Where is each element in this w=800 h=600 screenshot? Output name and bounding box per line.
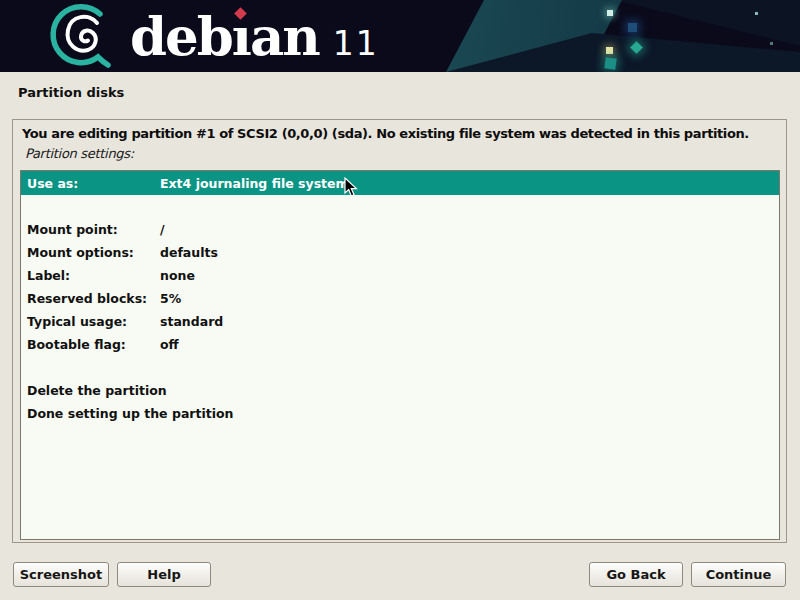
debian-installer-window: debıan11 Partition disks You are editing… [0,0,800,600]
brand-text: debıan [130,5,319,67]
row-value: 5% [160,291,181,306]
decor-square-white [607,10,613,16]
settings-row[interactable]: Bootable flag:off [21,333,779,356]
row-label: Delete the partition [27,383,160,398]
settings-row-spacer [21,356,779,379]
row-label: Use as: [27,176,160,191]
info-message: You are editing partition #1 of SCSI2 (0… [22,126,778,141]
decor-square-teal [604,57,616,69]
page-title: Partition disks [18,85,124,100]
continue-button[interactable]: Continue [691,562,786,587]
partition-settings-label: Partition settings: [25,146,134,161]
settings-row[interactable]: Use as:Ext4 journaling file system [21,171,779,195]
row-label: Label: [27,268,160,283]
content-frame: You are editing partition #1 of SCSI2 (0… [12,119,787,543]
settings-row[interactable]: Mount options:defaults [21,241,779,264]
settings-row-spacer [21,195,779,218]
decor-dot-small-1 [755,12,758,15]
row-label: Bootable flag: [27,337,160,352]
help-button[interactable]: Help [117,562,211,587]
row-value: off [160,337,179,352]
settings-row[interactable]: Reserved blocks:5% [21,287,779,310]
mouse-cursor [344,177,359,198]
partition-settings-list: Use as:Ext4 journaling file systemMount … [20,170,780,540]
settings-row[interactable]: Delete the partition [21,379,779,402]
row-value: standard [160,314,223,329]
row-value: / [160,222,165,237]
debian-swirl-icon [40,2,112,70]
version-label: 11 [333,24,379,63]
row-label: Mount point: [27,222,160,237]
settings-row[interactable]: Done setting up the partition [21,402,779,425]
row-value: defaults [160,245,218,260]
row-label: Typical usage: [27,314,160,329]
banner: debıan11 [0,0,800,72]
decor-square-blue [628,23,637,32]
settings-row[interactable]: Mount point:/ [21,218,779,241]
decor-square-yellow [606,47,613,54]
decor-dot-small-2 [770,42,773,45]
row-label: Done setting up the partition [27,406,160,421]
settings-row[interactable]: Typical usage:standard [21,310,779,333]
screenshot-button[interactable]: Screenshot [13,562,109,587]
row-label: Reserved blocks: [27,291,160,306]
settings-row[interactable]: Label:none [21,264,779,287]
brand-wordmark: debıan11 [130,0,379,72]
row-value: none [160,268,195,283]
row-label: Mount options: [27,245,160,260]
go-back-button[interactable]: Go Back [589,562,683,587]
row-value: Ext4 journaling file system [160,176,349,191]
